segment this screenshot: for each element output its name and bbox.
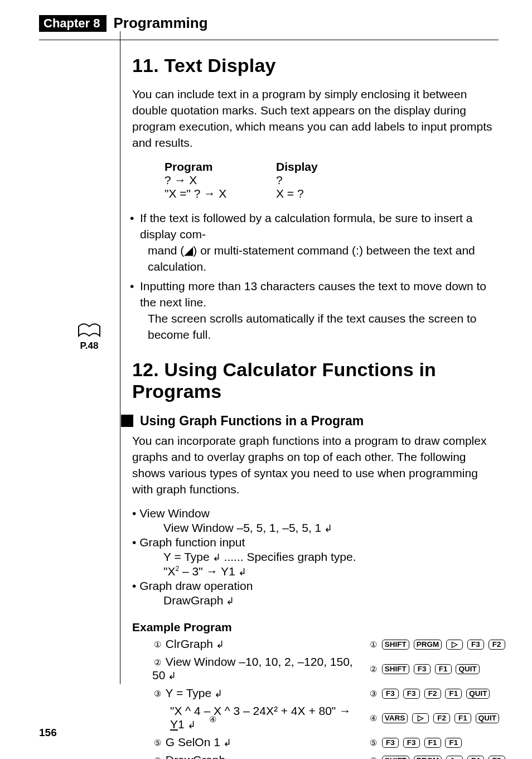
- section-12-title: 12. Using Calculator Functions in Progra…: [132, 359, 497, 402]
- example-row-4: "X ^ 4 – X ^ 3 – 24X² + 4X + 80" → Y1 ④ …: [86, 704, 497, 731]
- key-f1: F1: [445, 738, 462, 748]
- key-f3: F3: [382, 738, 399, 748]
- subsection-title: Using Graph Functions in a Program: [140, 414, 364, 429]
- td-display-2: X = ?: [276, 187, 304, 200]
- header-underline: [39, 40, 499, 40]
- key-shift: SHIFT: [382, 756, 409, 759]
- page-number: 156: [39, 727, 57, 739]
- vw-body: View Window –5, 5, 1, –5, 5, 1: [163, 521, 497, 535]
- chapter-tab: Chapter 8: [39, 15, 107, 32]
- s11-bullet-1: If the text is followed by a calculation…: [132, 210, 497, 275]
- s11-bullet-2: Inputting more than 13 characters causes…: [132, 278, 497, 343]
- td-display-1: ?: [276, 174, 283, 187]
- section-11-title: 11. Text Display: [132, 55, 497, 76]
- program-display-table: Program Display ? → X ? "X =" ? → X X = …: [165, 160, 497, 200]
- gfi-label: • Graph function input: [132, 536, 497, 549]
- key-f3: F3: [467, 640, 484, 650]
- key-quit: QUIT: [476, 713, 499, 723]
- th-program: Program: [165, 160, 276, 174]
- key-f1: F1: [424, 738, 441, 748]
- key-right: ▷: [446, 756, 463, 759]
- key-vars: VARS: [382, 713, 408, 723]
- key-f2: F2: [424, 689, 441, 699]
- gfi-a: Y = Type ...... Specifies graph type.: [163, 550, 497, 564]
- key-f3: F3: [414, 664, 431, 674]
- key-f1: F1: [445, 689, 462, 699]
- example-row-5: ⑤ G SelOn 1 ⑤ F3 F3 F1 F1: [86, 736, 497, 749]
- vw-label: • View Window: [132, 507, 497, 520]
- key-f1: F1: [454, 713, 471, 723]
- key-quit: QUIT: [466, 689, 490, 699]
- key-shift: SHIFT: [382, 664, 409, 674]
- key-f3: F3: [403, 689, 420, 699]
- key-prgm: PRGM: [414, 640, 442, 650]
- th-display: Display: [276, 160, 318, 174]
- circled-4-annotation: ④: [209, 714, 216, 724]
- key-f1: F1: [435, 664, 452, 674]
- key-right: ▷: [412, 713, 429, 723]
- key-f4: F4: [467, 756, 484, 759]
- example-row-6: ⑥ DrawGraph ⑥ SHIFT PRGM ▷ F4 F2: [86, 753, 497, 760]
- subsection-head: Using Graph Functions in a Program: [121, 414, 497, 429]
- key-f2: F2: [433, 713, 450, 723]
- td-program-2: "X =" ? → X: [165, 187, 276, 200]
- key-shift: SHIFT: [382, 640, 409, 650]
- s11-paragraph: You can include text in a program by sim…: [132, 87, 497, 151]
- gdo-a: DrawGraph: [163, 594, 497, 607]
- example-row-3: ③ Y = Type ③ F3 F3 F2 F1 QUIT: [86, 686, 497, 700]
- square-bullet-icon: [121, 415, 133, 427]
- key-right: ▷: [446, 640, 463, 650]
- s12-paragraph: You can incorporate graph functions into…: [132, 433, 497, 498]
- gfi-b: "X2 – 3" → Y1: [163, 565, 497, 578]
- example-row-2: ② View Window –10, 10, 2, –120, 150, 50 …: [86, 655, 497, 682]
- key-f3: F3: [403, 738, 420, 748]
- key-prgm: PRGM: [414, 756, 442, 759]
- td-program-1: ? → X: [165, 174, 276, 187]
- gdo-label: • Graph draw operation: [132, 579, 497, 593]
- chapter-title: Programming: [113, 15, 207, 32]
- key-f3: F3: [382, 689, 399, 699]
- example-head: Example Program: [132, 621, 497, 634]
- example-row-1: ① ClrGraph ① SHIFT PRGM ▷ F3 F2: [86, 637, 497, 651]
- key-f2: F2: [489, 756, 505, 759]
- key-f2: F2: [489, 640, 505, 650]
- page-header: Chapter 8 Programming: [39, 15, 532, 32]
- s11-bullets: If the text is followed by a calculation…: [132, 210, 497, 343]
- key-quit: QUIT: [456, 664, 479, 674]
